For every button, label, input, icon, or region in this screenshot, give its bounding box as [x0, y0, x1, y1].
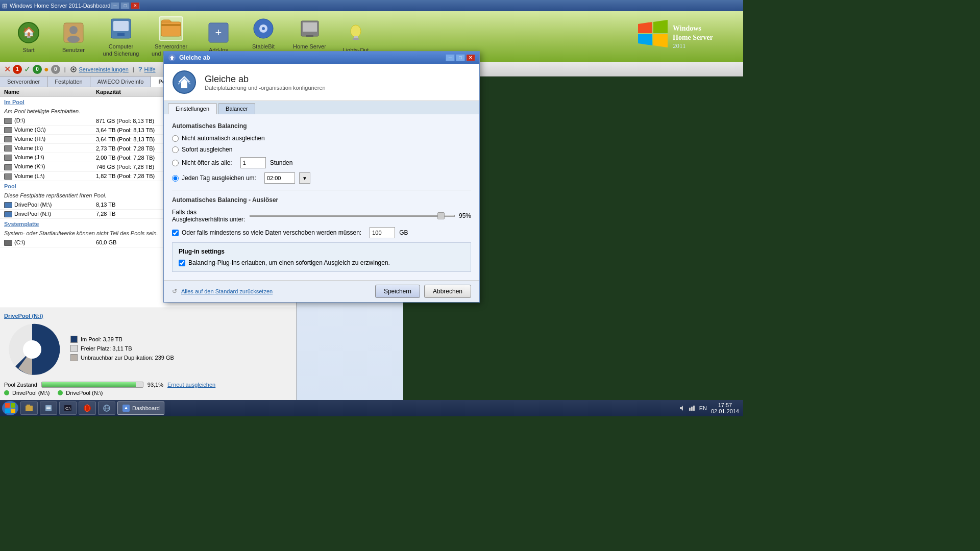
settings-separator: | — [64, 66, 66, 72]
stunden-label: Stunden — [270, 159, 293, 166]
reset-link[interactable]: Alles auf den Standard zurücksetzen — [181, 288, 273, 294]
plugin-settings-title: Plug-in settings — [179, 248, 464, 255]
progress-area: Pool Zustand 93,1% Erneut ausgleichen — [4, 382, 292, 388]
svg-text:+: + — [215, 26, 222, 39]
data-amount-input[interactable] — [370, 227, 395, 238]
time-picker-button[interactable]: ▼ — [299, 172, 310, 184]
green-count: 0 — [33, 65, 42, 74]
drivepool-bottom-label[interactable]: DrivePool (N:\) — [4, 313, 43, 319]
ratio-slider[interactable] — [250, 215, 455, 217]
checkbox-min-data[interactable]: Oder falls mindestens so viele Daten ver… — [172, 229, 361, 236]
modal-minimize-btn[interactable]: ─ — [446, 54, 455, 61]
start-button[interactable] — [2, 401, 18, 415]
row-name: Volume (L:\) — [4, 173, 96, 180]
taskbar-item-opera[interactable] — [79, 402, 96, 415]
svg-point-3 — [69, 26, 78, 34]
legend-color-in-pool — [70, 336, 78, 343]
svg-point-43 — [85, 405, 89, 412]
radio-not-auto[interactable]: Nicht automatisch ausgleichen — [172, 135, 265, 142]
radio-not-auto-input[interactable] — [172, 135, 179, 142]
svg-rect-48 — [689, 408, 691, 411]
svg-rect-9 — [161, 24, 181, 26]
svg-rect-19 — [354, 36, 358, 38]
form-row-nicht-oefter: Nicht öfter als alle: Stunden — [172, 157, 471, 168]
nav-start[interactable]: 🏠 Start — [8, 20, 49, 53]
checkbox-min-data-input[interactable] — [172, 230, 179, 236]
row-capacity: 3,64 TB (Pool: 8,13 TB) — [96, 127, 167, 133]
taskbar-item-explorer[interactable] — [20, 402, 38, 415]
checkbox-plugin-label: Balancing-Plug-Ins erlauben, um einen so… — [188, 259, 390, 266]
radio-sofort-input[interactable] — [172, 146, 179, 153]
minimize-button[interactable]: ─ — [110, 2, 119, 9]
legend-label-unusable: Unbrauchbar zur Duplikation: 239 GB — [81, 355, 174, 361]
svg-point-18 — [351, 25, 361, 37]
modal-tabs: Einstellungen Balancer — [164, 101, 479, 114]
triggers-title: Automatisches Balancing - Auslöser — [172, 196, 471, 204]
svg-rect-7 — [117, 33, 125, 36]
taskbar-item-network[interactable] — [98, 402, 115, 415]
row-name: Volume (K:\) — [4, 163, 96, 170]
legend-in-pool: Im Pool: 3,39 TB — [70, 336, 174, 343]
checkbox-min-data-label: Oder falls mindestens so viele Daten ver… — [182, 229, 361, 236]
modal-header-icon — [172, 70, 197, 94]
nav-lightsout[interactable]: Lights-Out — [335, 20, 376, 53]
radio-jeden-tag[interactable]: Jeden Tag ausgleichen um: — [172, 174, 256, 182]
locale-label: EN — [699, 405, 707, 411]
tab-festplatten[interactable]: Festplatten — [47, 77, 90, 87]
row-name: (C:\) — [4, 239, 96, 246]
save-button[interactable]: Speichern — [375, 285, 420, 298]
restore-button[interactable]: □ — [120, 2, 130, 9]
drivepool-n-label: DrivePool (N:\) — [66, 390, 103, 396]
legend-color-unusable — [70, 354, 78, 361]
checkbox-plugin-input[interactable] — [179, 260, 185, 266]
taskbar-item-dashboard[interactable]: Dashboard — [117, 402, 164, 415]
svg-rect-20 — [353, 38, 359, 40]
modal-titlebar: Gleiche ab ─ □ ✕ — [164, 52, 479, 64]
row-name: Volume (J:\) — [4, 154, 96, 161]
dashboard-label: Dashboard — [132, 405, 160, 411]
modal-close-btn[interactable]: ✕ — [466, 54, 475, 61]
tab-serverordner[interactable]: Serverordner — [0, 77, 47, 87]
nav-benutzer[interactable]: Benutzer — [53, 20, 94, 53]
time-input[interactable] — [264, 172, 295, 184]
indicator-dots: DrivePool (M:\) DrivePool (N:\) — [4, 390, 292, 396]
help-separator: | — [133, 66, 134, 72]
radio-nicht-oefter[interactable]: Nicht öfter als alle: — [172, 159, 232, 166]
erneut-ausgleichen-link[interactable]: Erneut ausgleichen — [167, 382, 215, 388]
close-button[interactable]: ✕ — [131, 2, 140, 9]
taskbar-right: EN 17:57 02.01.2014 — [679, 402, 741, 414]
cancel-button[interactable]: Abbrechen — [424, 285, 471, 298]
checkbox-plugin[interactable]: Balancing-Plug-Ins erlauben, um einen so… — [179, 259, 464, 266]
nav-addins[interactable]: + Add-Ins — [198, 20, 239, 53]
modal-tab-balancer[interactable]: Balancer — [218, 103, 255, 114]
form-row-min-data: Oder falls mindestens so viele Daten ver… — [172, 227, 471, 238]
systray — [679, 405, 695, 412]
taskbar-item-cmd[interactable]: C:\ — [59, 402, 77, 415]
modal-restore-btn[interactable]: □ — [456, 54, 465, 61]
svg-rect-17 — [306, 35, 313, 37]
row-name: DrivePool (N:\) — [4, 211, 96, 217]
server-settings-link[interactable]: Servereinstellungen — [79, 66, 129, 72]
modal-header: Gleiche ab Dateiplatizierung und -organi… — [164, 64, 479, 101]
radio-sofort[interactable]: Sofort ausgleichen — [172, 146, 232, 153]
modal-header-text: Gleiche ab Dateiplatizierung und -organi… — [205, 74, 326, 91]
modal-tab-einstellungen[interactable]: Einstellungen — [168, 103, 217, 114]
row-name: Volume (I:\) — [4, 145, 96, 152]
auto-balancing-title: Automatisches Balancing — [172, 122, 471, 130]
row-capacity: 3,64 TB (Pool: 8,13 TB) — [96, 136, 167, 142]
nav-computer[interactable]: Computerund Sicherung — [98, 16, 144, 58]
radio-jeden-tag-input[interactable] — [172, 175, 179, 182]
tab-awieco[interactable]: AWiECO DriveInfo — [90, 77, 152, 87]
taskbar: C:\ Dashboard EN 17:57 02.01.2014 — [0, 400, 743, 416]
hours-input[interactable] — [240, 157, 266, 168]
radio-nicht-oefter-input[interactable] — [172, 160, 179, 166]
svg-rect-49 — [691, 407, 693, 411]
progress-bar — [41, 382, 143, 388]
form-row-slider: Falls das Ausgleichsverhältnis unter: 95… — [172, 209, 471, 223]
svg-rect-37 — [45, 405, 52, 411]
taskbar-item-files[interactable] — [40, 402, 57, 415]
app-title: Windows Home Server 2011-Dashboard — [10, 3, 110, 9]
row-capacity: 60,0 GB — [96, 239, 167, 245]
svg-text:C:\: C:\ — [65, 406, 71, 411]
help-link[interactable]: Hilfe — [144, 66, 156, 72]
